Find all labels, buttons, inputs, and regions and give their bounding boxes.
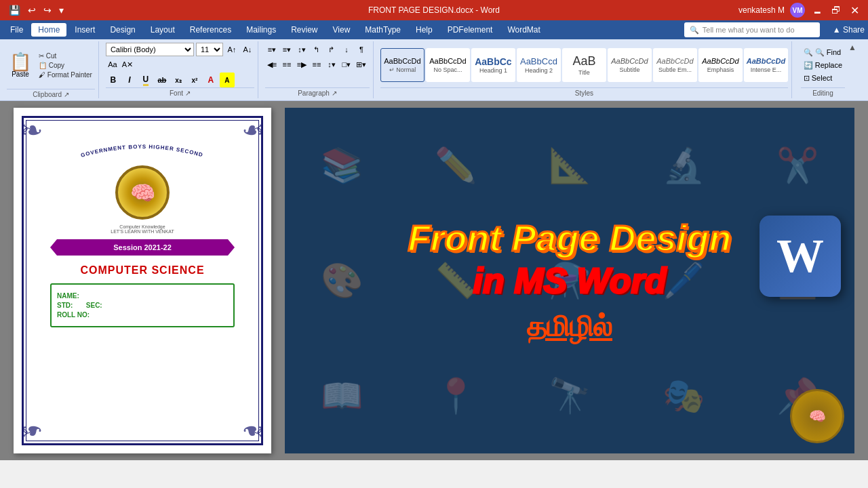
style-title[interactable]: AaB Title	[562, 48, 606, 82]
info-box: NAME: STD: SEC: ROLL NO:	[50, 283, 235, 327]
close-btn[interactable]: ✕	[848, 3, 861, 18]
decrease-font-btn[interactable]: A↓	[241, 43, 254, 56]
thumbnail-title-line1: Front Page Design	[408, 218, 731, 258]
borders-btn[interactable]: ⊞▾	[355, 58, 368, 71]
superscript-btn[interactable]: x²	[187, 73, 202, 87]
font-color-btn[interactable]: A	[203, 73, 218, 87]
menu-pdfelement[interactable]: PDFelement	[441, 23, 500, 37]
clipboard-label: Clipboard ↗	[7, 89, 95, 98]
increase-font-btn[interactable]: A↑	[225, 43, 239, 56]
quick-access-toolbar[interactable]: 💾 ↩ ↪ ▾	[7, 3, 66, 17]
style-emphasis[interactable]: AaBbCcDd Emphasis	[698, 48, 743, 82]
menu-view[interactable]: View	[326, 23, 357, 37]
strikethrough-btn[interactable]: ab	[155, 73, 170, 87]
styles-expand[interactable]: ⊞	[791, 73, 792, 87]
ribbon-collapse-btn[interactable]: ▲	[848, 43, 856, 52]
style-no-spacing-preview: AaBbCcDd	[429, 57, 466, 66]
share-btn[interactable]: ▲ Share	[833, 25, 865, 35]
multilevel-btn[interactable]: ↕▾	[295, 43, 309, 56]
decrease-indent-btn[interactable]: ↰	[310, 43, 323, 56]
bold-btn[interactable]: B	[106, 73, 121, 87]
title-bar: 💾 ↩ ↪ ▾ FRONT PAGE DESIGN.docx - Word ve…	[0, 0, 868, 20]
watermark-logo: 🧠	[790, 389, 844, 443]
style-heading2[interactable]: AaBbCcd Heading 2	[517, 48, 561, 82]
style-no-spacing-label: No Spac...	[433, 66, 462, 73]
thumbnail-area: 📚 ✏️ 📐 🔬 ✂️ 🎨 📏 ⚗️ 🖊️ 🧮 📖 📍 🔭 🎭 📌 Front …	[285, 108, 854, 453]
logo-caption: Computer KnowledgeLET'S LEARN WITH VENKA…	[111, 224, 174, 234]
menu-file[interactable]: File	[3, 23, 30, 37]
corner-br-decoration: ❧	[241, 415, 264, 447]
menu-design[interactable]: Design	[103, 23, 142, 37]
menu-home[interactable]: Home	[31, 23, 66, 37]
increase-indent-btn[interactable]: ↱	[325, 43, 338, 56]
select-button[interactable]: ⊡ Select	[801, 73, 845, 84]
show-marks-btn[interactable]: ¶	[355, 43, 368, 56]
copy-button[interactable]: 📋 Copy	[36, 61, 95, 70]
styles-scroll-up[interactable]: ▲	[791, 43, 792, 57]
menu-references[interactable]: References	[183, 23, 238, 37]
redo-btn[interactable]: ↪	[41, 3, 54, 17]
name-field: NAME:	[57, 292, 228, 300]
menu-wordmat[interactable]: WordMat	[500, 23, 547, 37]
menu-layout[interactable]: Layout	[144, 23, 182, 37]
menu-help[interactable]: Help	[409, 23, 439, 37]
window-title: FRONT PAGE DESIGN.docx - Word	[368, 5, 500, 15]
highlight-btn[interactable]: A	[220, 73, 235, 87]
paragraph-expand[interactable]: ↗	[332, 89, 337, 97]
roll-field: ROLL NO:	[57, 311, 228, 319]
line-spacing-btn[interactable]: ↕▾	[325, 58, 338, 71]
sort-btn[interactable]: ↓	[340, 43, 353, 56]
word-logo-letter: W	[776, 229, 824, 283]
user-name: venkatesh M	[738, 5, 785, 15]
bullets-btn[interactable]: ≡▾	[265, 43, 279, 56]
menu-review[interactable]: Review	[284, 23, 324, 37]
style-normal[interactable]: AaBbCcDd ↵ Normal	[380, 48, 425, 82]
document-area: ❧ ❧ ❧ ❧ GOVERNMENT BOYS HIGHER SECONDARY…	[0, 101, 868, 460]
italic-btn[interactable]: I	[122, 73, 137, 87]
clear-format-btn[interactable]: A✕	[121, 58, 134, 71]
justify-btn[interactable]: ≡≡	[310, 58, 323, 71]
select-label: Select	[812, 74, 833, 82]
style-intense-emphasis[interactable]: AaBbCcDd Intense E...	[744, 48, 788, 82]
undo-btn[interactable]: ↩	[26, 3, 38, 17]
align-center-btn[interactable]: ≡≡	[280, 58, 294, 71]
numbering-btn[interactable]: ≡▾	[280, 43, 294, 56]
subscript-btn[interactable]: x₂	[171, 73, 186, 87]
align-left-btn[interactable]: ◀≡	[265, 58, 279, 71]
save-btn[interactable]: 💾	[7, 3, 22, 17]
style-subtitle[interactable]: AaBbCcDd Subtitle	[608, 48, 652, 82]
cut-button[interactable]: ✂ Cut	[36, 52, 95, 60]
style-heading1[interactable]: AaBbCc Heading 1	[471, 48, 515, 82]
tell-me-box[interactable]: 🔍 Tell me what you want to do	[684, 22, 820, 37]
find-label: 🔍 Find	[815, 48, 841, 57]
bg-icon-5: ✂️	[741, 108, 854, 223]
style-no-spacing[interactable]: AaBbCcDd No Spac...	[426, 48, 470, 82]
session-banner: Session 2021-22	[50, 239, 235, 256]
thumbnail-title-line2: in MS Word	[408, 262, 731, 300]
find-button[interactable]: 🔍 🔍 Find	[801, 47, 845, 58]
style-subtle-emphasis[interactable]: AaBbCcDd Subtle Em...	[653, 48, 697, 82]
menu-mailings[interactable]: Mailings	[239, 23, 283, 37]
clipboard-expand[interactable]: ↗	[64, 91, 69, 98]
replace-label: Replace	[815, 61, 842, 69]
paragraph-label: Paragraph ↗	[265, 87, 370, 97]
format-painter-button[interactable]: 🖌 Format Painter	[36, 70, 95, 79]
customize-btn[interactable]: ▾	[57, 3, 66, 17]
bg-icon-6: 🎨	[285, 223, 399, 338]
style-subtitle-preview: AaBbCcDd	[611, 57, 648, 66]
paste-button[interactable]: 📋 Paste	[7, 52, 34, 79]
font-expand[interactable]: ↗	[185, 89, 191, 97]
styles-scroll-down[interactable]: ▼	[791, 58, 792, 72]
restore-btn[interactable]: 🗗	[829, 3, 843, 17]
menu-mathtype[interactable]: MathType	[358, 23, 408, 37]
align-right-btn[interactable]: ≡▶	[295, 58, 309, 71]
case-btn[interactable]: Aa	[106, 58, 119, 71]
underline-btn[interactable]: U	[138, 73, 153, 87]
replace-button[interactable]: 🔄 Replace	[801, 60, 845, 71]
style-subtle-label: Subtle Em...	[658, 66, 692, 73]
minimize-btn[interactable]: 🗕	[810, 3, 824, 17]
shading-btn[interactable]: □▾	[340, 58, 353, 71]
menu-insert[interactable]: Insert	[68, 23, 102, 37]
font-name-select[interactable]: Calibri (Body)	[106, 43, 194, 56]
font-size-select[interactable]: 11	[196, 43, 223, 56]
